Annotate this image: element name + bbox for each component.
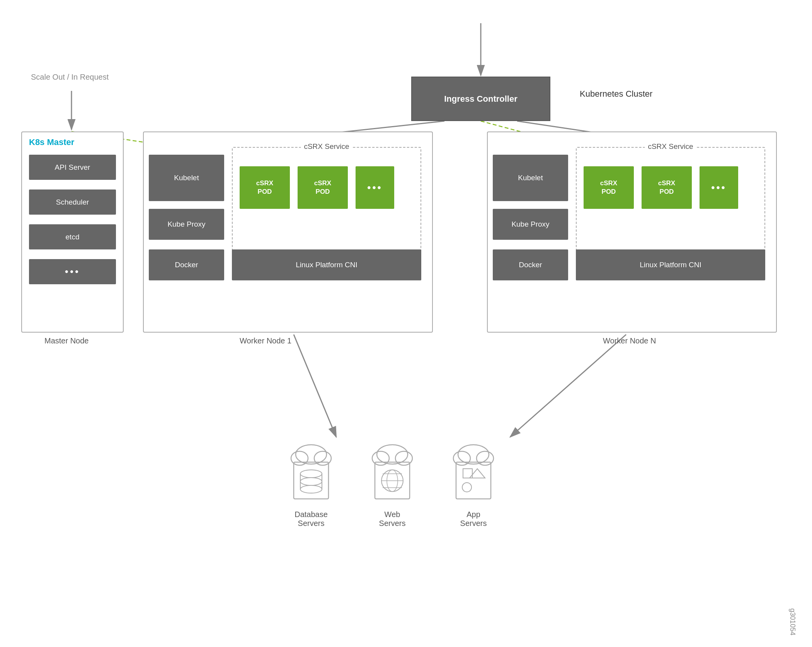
csrx-pod2-wn: cSRXPOD — [642, 166, 692, 209]
ingress-controller-label: Ingress Controller — [444, 94, 517, 104]
database-server-label: DatabaseServers — [286, 510, 336, 528]
csrx-dots-wn: ••• — [700, 166, 738, 209]
svg-point-30 — [458, 445, 489, 464]
kubelet-w1-box: Kubelet — [149, 155, 224, 201]
master-node-label: Master Node — [44, 336, 89, 345]
web-server-group: WebServers — [367, 441, 417, 528]
svg-point-21 — [377, 445, 408, 464]
k8s-master-title: K8s Master — [29, 137, 74, 147]
web-server-icon — [367, 441, 417, 505]
svg-line-9 — [294, 335, 336, 437]
svg-point-12 — [296, 445, 327, 464]
app-server-icon — [448, 441, 499, 505]
docker-w1-box: Docker — [149, 249, 224, 280]
docker-wn-box: Docker — [493, 249, 568, 280]
scale-out-label: Scale Out / In Request — [31, 73, 109, 82]
svg-point-36 — [462, 483, 472, 492]
api-server-box: API Server — [29, 155, 116, 180]
database-server-icon — [286, 441, 336, 505]
etcd-box: etcd — [29, 224, 116, 249]
scheduler-box: Scheduler — [29, 189, 116, 215]
linux-cni-w1-box: Linux Platform CNI — [232, 249, 421, 280]
worker-node-n-label: Worker Node N — [603, 336, 656, 345]
svg-point-16 — [300, 470, 322, 478]
master-dots-box: ••• — [29, 259, 116, 284]
csrx-service-w1-label: cSRX Service — [301, 142, 352, 151]
ingress-controller-box: Ingress Controller — [411, 77, 550, 121]
kubelet-wn-box: Kubelet — [493, 155, 568, 201]
csrx-pod1-w1: cSRXPOD — [240, 166, 290, 209]
csrx-pod1-wn: cSRXPOD — [584, 166, 634, 209]
worker-node-1-label: Worker Node 1 — [240, 336, 291, 345]
database-server-group: DatabaseServers — [286, 441, 336, 528]
csrx-service-wn-label: cSRX Service — [645, 142, 696, 151]
web-server-label: WebServers — [367, 510, 417, 528]
figure-number: g301054 — [788, 608, 797, 635]
svg-point-17 — [300, 478, 322, 485]
linux-cni-wn-box: Linux Platform CNI — [576, 249, 765, 280]
app-server-group: AppServers — [448, 441, 499, 528]
diagram-container: ••• Scale Out / In Request Ingress Contr… — [0, 0, 812, 647]
svg-line-10 — [510, 335, 626, 437]
k8s-cluster-label: Kubernetes Cluster — [580, 89, 652, 99]
csrx-pod2-w1: cSRXPOD — [298, 166, 348, 209]
app-server-label: AppServers — [448, 510, 499, 528]
kubeproxy-w1-box: Kube Proxy — [149, 209, 224, 240]
csrx-dots-w1: ••• — [356, 166, 394, 209]
svg-point-18 — [300, 485, 322, 493]
svg-rect-33 — [456, 462, 491, 499]
kubeproxy-wn-box: Kube Proxy — [493, 209, 568, 240]
